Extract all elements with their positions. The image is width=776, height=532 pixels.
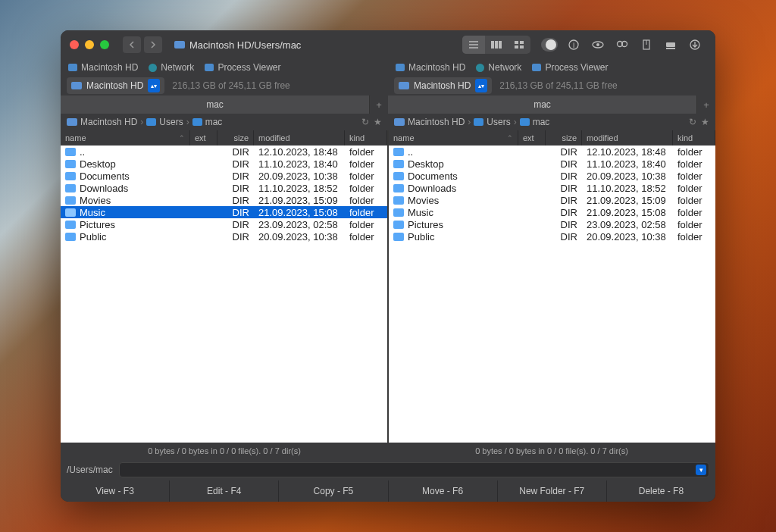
archive-button[interactable] [635, 36, 658, 54]
file-name: Public [80, 231, 106, 243]
volume-selector[interactable]: Macintosh HD ▴▾ [67, 77, 164, 94]
function-bar: View - F3Edit - F4Copy - F5Move - F6New … [61, 480, 715, 502]
favorite-item[interactable]: Process Viewer [205, 62, 280, 73]
file-row[interactable]: ..DIR12.10.2023, 18:48folder [61, 146, 387, 158]
status-bar: 0 bytes / 0 bytes in 0 / 0 file(s). 0 / … [61, 443, 388, 459]
view-list-button[interactable] [462, 36, 485, 54]
breadcrumb-label: Macintosh HD [80, 117, 137, 127]
svg-text:i: i [573, 41, 574, 49]
favorite-label: Macintosh HD [408, 62, 465, 73]
volume-stepper-icon[interactable]: ▴▾ [475, 79, 487, 92]
nav-forward-button[interactable] [144, 36, 162, 53]
breadcrumb-item[interactable]: Macintosh HD [394, 117, 465, 127]
favorite-item[interactable]: Network [149, 62, 194, 73]
header-name[interactable]: name⌃ [389, 130, 518, 146]
monitor-icon [532, 64, 541, 71]
volume-selector[interactable]: Macintosh HD ▴▾ [394, 77, 492, 94]
file-name: Downloads [80, 183, 128, 194]
file-row[interactable]: DesktopDIR11.10.2023, 18:40folder [61, 158, 387, 170]
file-row[interactable]: PublicDIR20.09.2023, 10:38folder [389, 230, 715, 243]
svg-rect-2 [499, 41, 502, 49]
header-ext[interactable]: ext [518, 130, 546, 146]
svg-rect-5 [515, 45, 518, 49]
file-name: Movies [80, 195, 111, 206]
header-name[interactable]: name⌃ [61, 130, 190, 146]
favorite-label: Network [488, 62, 521, 73]
hidden-files-toggle[interactable] [538, 36, 561, 54]
file-row[interactable]: PicturesDIR23.09.2023, 02:58folder [389, 218, 715, 230]
file-row[interactable]: MoviesDIR21.09.2023, 15:09folder [389, 194, 715, 206]
file-row[interactable]: DownloadsDIR11.10.2023, 18:52folder [61, 182, 387, 194]
nav-back-button[interactable] [123, 36, 141, 53]
file-name: Documents [408, 171, 458, 182]
favorite-star-button[interactable]: ★ [374, 117, 382, 127]
header-kind[interactable]: kind [345, 130, 387, 146]
add-tab-button[interactable]: + [370, 95, 388, 114]
view-mode-segmented [462, 36, 530, 54]
header-size[interactable]: size [546, 130, 582, 146]
folder-icon [65, 184, 76, 192]
header-kind[interactable]: kind [673, 130, 715, 146]
pane-tab[interactable]: mac [61, 95, 370, 114]
maximize-window-button[interactable] [100, 40, 109, 49]
view-grid-button[interactable] [508, 36, 530, 54]
view-columns-button[interactable] [485, 36, 508, 54]
file-list[interactable]: ..DIR12.10.2023, 18:48folderDesktopDIR11… [389, 146, 715, 443]
favorite-item[interactable]: Macintosh HD [68, 62, 138, 73]
file-row[interactable]: DocumentsDIR20.09.2023, 10:38folder [389, 170, 715, 182]
volume-stepper-icon[interactable]: ▴▾ [148, 79, 160, 92]
header-modified[interactable]: modified [582, 130, 673, 146]
file-row[interactable]: ..DIR12.10.2023, 18:48folder [389, 146, 715, 158]
minimize-window-button[interactable] [85, 40, 94, 49]
breadcrumb-label: mac [533, 117, 550, 127]
favorite-item[interactable]: Process Viewer [532, 62, 608, 73]
fn-button[interactable]: Delete - F8 [607, 480, 715, 502]
breadcrumb-item[interactable]: Users [146, 117, 183, 127]
add-tab-button[interactable]: + [697, 95, 715, 114]
breadcrumb-item[interactable]: Macintosh HD [67, 117, 137, 127]
file-row[interactable]: DownloadsDIR11.10.2023, 18:52folder [389, 182, 715, 194]
command-history-button[interactable]: ▾ [696, 465, 706, 475]
header-ext[interactable]: ext [190, 130, 217, 146]
header-modified[interactable]: modified [254, 130, 345, 146]
fn-button[interactable]: New Folder - F7 [498, 480, 607, 502]
file-row[interactable]: DesktopDIR11.10.2023, 18:40folder [389, 158, 715, 170]
window-title: Macintosh HD/Users/mac [174, 39, 301, 51]
info-button[interactable]: i [562, 36, 585, 54]
breadcrumb-item[interactable]: Users [474, 117, 510, 127]
breadcrumb-item[interactable]: mac [520, 117, 550, 127]
chevron-right-icon: › [186, 117, 189, 127]
history-button[interactable]: ↻ [689, 117, 696, 127]
fn-button[interactable]: View - F3 [61, 480, 170, 502]
file-name: .. [408, 146, 413, 158]
quicklook-button[interactable] [587, 36, 609, 54]
chevron-right-icon: › [514, 117, 517, 127]
command-input[interactable]: ▾ [119, 462, 709, 477]
download-button[interactable] [684, 36, 706, 54]
file-row[interactable]: PicturesDIR23.09.2023, 02:58folder [61, 218, 387, 230]
favorite-star-button[interactable]: ★ [701, 117, 709, 127]
fn-button[interactable]: Move - F6 [389, 480, 498, 502]
file-row[interactable]: PublicDIR20.09.2023, 10:38folder [61, 230, 387, 243]
breadcrumb-item[interactable]: mac [192, 117, 223, 127]
fn-button[interactable]: Copy - F5 [279, 480, 388, 502]
pane-tab[interactable]: mac [388, 95, 697, 114]
fn-button[interactable]: Edit - F4 [170, 480, 279, 502]
header-size[interactable]: size [217, 130, 254, 146]
folder-icon [393, 172, 404, 180]
history-button[interactable]: ↻ [361, 117, 369, 127]
file-row[interactable]: MusicDIR21.09.2023, 15:08folder [61, 206, 387, 218]
favorite-item[interactable]: Network [476, 62, 521, 73]
eject-button[interactable] [659, 36, 682, 54]
search-button[interactable] [611, 36, 634, 54]
disk-icon [68, 64, 77, 71]
file-row[interactable]: MusicDIR21.09.2023, 15:08folder [389, 206, 715, 218]
close-window-button[interactable] [70, 40, 79, 49]
right-pane: name⌃ ext size modified kind ..DIR12.10.… [387, 130, 715, 443]
file-row[interactable]: MoviesDIR21.09.2023, 15:09folder [61, 194, 387, 206]
file-row[interactable]: DocumentsDIR20.09.2023, 10:38folder [61, 170, 387, 182]
file-name: Desktop [408, 158, 444, 170]
favorite-item[interactable]: Macintosh HD [396, 62, 465, 73]
file-name: Music [408, 207, 433, 218]
file-list[interactable]: ..DIR12.10.2023, 18:48folderDesktopDIR11… [61, 146, 387, 443]
